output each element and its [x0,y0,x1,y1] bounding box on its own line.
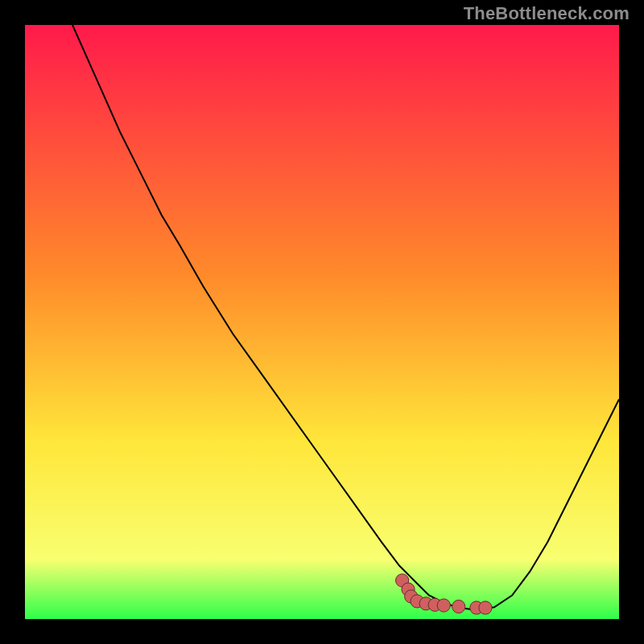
watermark-text: TheBottleneck.com [464,3,630,24]
marker-dot [452,600,465,613]
gradient-background [25,25,619,619]
marker-dot [437,599,450,612]
bottleneck-chart [25,25,619,619]
marker-dot [479,601,492,614]
